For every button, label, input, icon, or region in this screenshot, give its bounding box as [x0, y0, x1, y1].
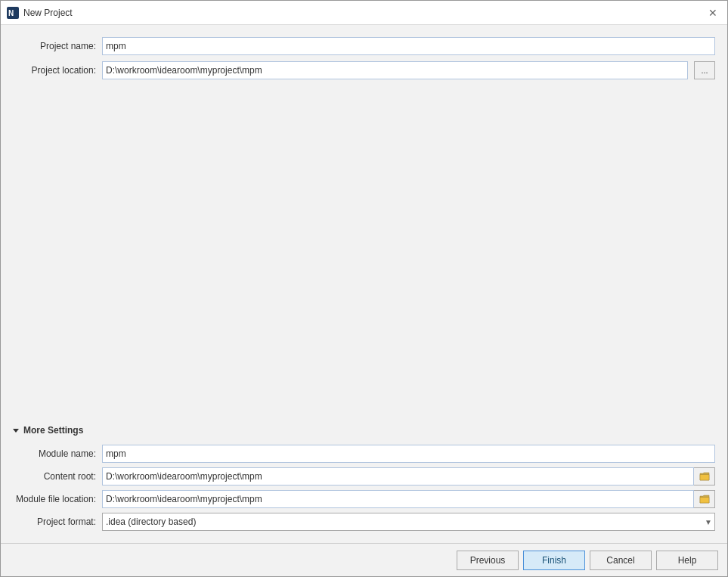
title-bar: N New Project ✕ — [1, 1, 727, 25]
content-root-input[interactable] — [102, 467, 694, 485]
dialog-title: New Project — [23, 8, 705, 18]
footer: Previous Finish Cancel Help — [1, 543, 727, 576]
content-root-browse-button[interactable] — [694, 467, 715, 485]
svg-text:N: N — [8, 9, 14, 17]
module-file-location-input-group — [102, 490, 715, 508]
module-file-location-label: Module file location: — [13, 494, 96, 504]
cancel-button[interactable]: Cancel — [590, 551, 652, 570]
project-format-wrapper: .idea (directory based) .ipr (file based… — [102, 513, 715, 531]
more-settings-body: Module name: Content root: — [13, 445, 715, 531]
folder-icon-2 — [699, 495, 710, 504]
project-location-input[interactable] — [102, 61, 688, 79]
project-location-row: Project location: ... — [13, 61, 715, 79]
new-project-dialog: N New Project ✕ Project name: Project lo… — [0, 0, 728, 577]
project-format-select[interactable]: .idea (directory based) .ipr (file based… — [102, 513, 715, 531]
module-name-row: Module name: — [13, 445, 715, 463]
project-name-input[interactable] — [102, 37, 715, 55]
content-root-input-group — [102, 467, 715, 485]
previous-button[interactable]: Previous — [457, 551, 519, 570]
module-file-location-browse-button[interactable] — [694, 490, 715, 508]
project-name-label: Project name: — [13, 41, 96, 51]
spacer — [13, 85, 715, 416]
project-format-label: Project format: — [13, 517, 96, 527]
close-button[interactable]: ✕ — [705, 5, 721, 21]
folder-icon — [699, 472, 710, 481]
content-root-label: Content root: — [13, 471, 96, 482]
app-icon: N — [7, 7, 19, 19]
module-file-location-row: Module file location: — [13, 490, 715, 508]
module-name-label: Module name: — [13, 448, 96, 459]
project-format-row: Project format: .idea (directory based) … — [13, 513, 715, 531]
content-area: Project name: Project location: ... More… — [1, 25, 727, 543]
project-name-row: Project name: — [13, 37, 715, 55]
module-file-location-input[interactable] — [102, 490, 694, 508]
finish-button[interactable]: Finish — [523, 551, 585, 570]
expand-icon — [13, 429, 19, 433]
module-name-input[interactable] — [102, 445, 715, 463]
project-location-label: Project location: — [13, 65, 96, 76]
more-settings-header[interactable]: More Settings — [13, 422, 715, 439]
content-root-row: Content root: — [13, 467, 715, 485]
browse-button[interactable]: ... — [694, 61, 715, 79]
help-button[interactable]: Help — [656, 551, 718, 570]
more-settings-label: More Settings — [23, 425, 83, 436]
more-settings-section: More Settings Module name: Content root: — [13, 422, 715, 531]
